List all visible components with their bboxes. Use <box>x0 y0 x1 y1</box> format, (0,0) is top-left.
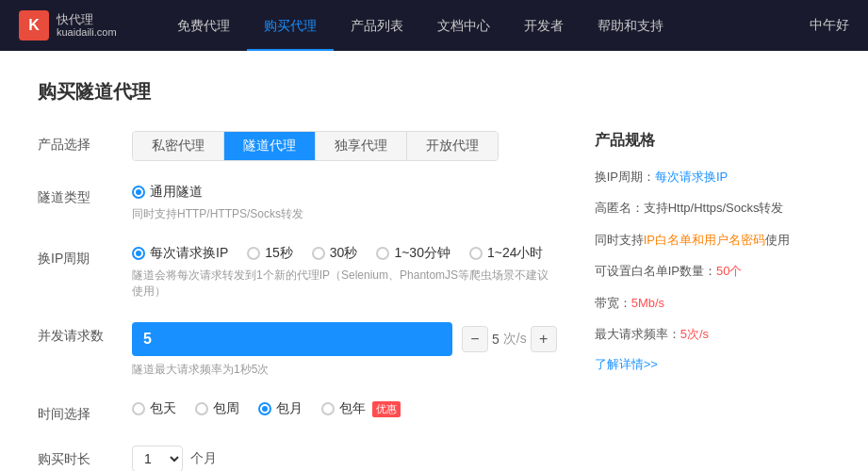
ip-period-circle-2 <box>312 247 325 260</box>
header: K 快代理 kuaidaili.com 免费代理 购买代理 产品列表 文档中心 … <box>0 0 868 51</box>
nav-buy-proxy[interactable]: 购买代理 <box>247 0 334 51</box>
time-label-0: 包天 <box>150 400 176 417</box>
tunnel-type-value: 通用隧道 <box>150 184 203 201</box>
duration-content: 1 2 3 6 12 个月 有效期至：2021-07-02 13:47:14 <box>132 446 557 471</box>
tab-open-proxy[interactable]: 开放代理 <box>407 132 498 160</box>
ip-period-option-1[interactable]: 15秒 <box>247 245 293 262</box>
main-layout: 产品选择 私密代理 隧道代理 独享代理 开放代理 隧道类型 通用隧道 <box>38 131 829 471</box>
nav-developer[interactable]: 开发者 <box>507 0 581 51</box>
duration-input-row: 1 2 3 6 12 个月 <box>132 446 557 471</box>
product-tabs: 私密代理 隧道代理 独享代理 开放代理 <box>132 131 499 161</box>
ip-period-option-0[interactable]: 每次请求换IP <box>132 245 228 262</box>
duration-unit: 个月 <box>190 450 217 467</box>
ip-period-circle-1 <box>247 247 260 260</box>
spec-details-link[interactable]: 了解详情>> <box>595 357 658 371</box>
time-circle-1 <box>195 402 208 415</box>
stepper-value: 5 <box>492 332 500 347</box>
tab-exclusive-proxy[interactable]: 独享代理 <box>316 132 407 160</box>
time-circle-0 <box>132 402 145 415</box>
ip-period-hint: 隧道会将每次请求转发到1个新的代理IP（Selenium、PhantomJS等爬… <box>132 268 557 300</box>
spec-suffix-2: 使用 <box>765 233 790 247</box>
user-greeting: 中午好 <box>810 17 849 34</box>
spec-panel: 产品规格 换IP周期：每次请求换IP 高匿名：支持Http/Https/Sock… <box>595 131 829 471</box>
concurrent-input-row: 5 − 5 次/s + <box>132 322 557 356</box>
time-circle-2 <box>258 402 271 415</box>
tunnel-type-row: 隧道类型 通用隧道 同时支持HTTP/HTTPS/Socks转发 <box>38 184 557 222</box>
spec-row-4: 带宽：5Mb/s <box>595 292 829 314</box>
spec-value-1: 支持Http/Https/Socks转发 <box>644 201 784 215</box>
product-tabs-container: 私密代理 隧道代理 独享代理 开放代理 <box>132 131 557 161</box>
concurrent-row: 并发请求数 5 − 5 次/s + 隧道最大请求频率为1秒5次 <box>38 322 557 378</box>
nav-product-list[interactable]: 产品列表 <box>334 0 420 51</box>
time-circle-3 <box>321 402 335 415</box>
time-option-0[interactable]: 包天 <box>132 400 176 417</box>
spec-title: 产品规格 <box>595 131 829 151</box>
ip-period-radio-group: 每次请求换IP 15秒 30秒 1~30分钟 <box>132 245 557 262</box>
tunnel-type-label: 隧道类型 <box>38 184 113 206</box>
ip-period-label-3: 1~30分钟 <box>394 245 450 262</box>
ip-period-label-0: 每次请求换IP <box>150 245 228 262</box>
ip-period-content: 每次请求换IP 15秒 30秒 1~30分钟 <box>132 245 557 300</box>
stepper-minus[interactable]: − <box>462 326 488 352</box>
ip-period-circle-3 <box>376 247 389 260</box>
ip-period-row: 换IP周期 每次请求换IP 15秒 30秒 <box>38 245 557 300</box>
ip-period-label: 换IP周期 <box>38 245 113 268</box>
logo-text: 快代理 kuaidaili.com <box>57 12 117 40</box>
time-option-2[interactable]: 包月 <box>258 400 303 417</box>
product-select-label: 产品选择 <box>38 131 113 154</box>
spec-value-5: 5次/s <box>680 327 709 341</box>
tunnel-type-radio-circle <box>132 186 145 199</box>
concurrent-content: 5 − 5 次/s + 隧道最大请求频率为1秒5次 <box>132 322 557 378</box>
spec-value-3: 50个 <box>716 264 742 278</box>
time-option-1[interactable]: 包周 <box>195 400 239 417</box>
time-select-row: 时间选择 包天 包周 包月 <box>38 400 557 423</box>
concurrent-hint: 隧道最大请求频率为1秒5次 <box>132 362 557 378</box>
ip-period-circle-0 <box>132 247 145 260</box>
concurrent-display-value: 5 <box>143 331 152 348</box>
product-select-row: 产品选择 私密代理 隧道代理 独享代理 开放代理 <box>38 131 557 161</box>
tunnel-type-radio[interactable]: 通用隧道 <box>132 184 557 201</box>
ip-period-label-4: 1~24小时 <box>487 245 544 262</box>
tab-tunnel-proxy[interactable]: 隧道代理 <box>224 132 316 160</box>
promo-badge: 优惠 <box>372 401 401 417</box>
concurrent-label: 并发请求数 <box>38 322 113 345</box>
page-title: 购买隧道代理 <box>38 79 829 105</box>
time-label-1: 包周 <box>213 400 239 417</box>
duration-select[interactable]: 1 2 3 6 12 <box>132 446 183 471</box>
stepper-plus[interactable]: + <box>531 326 557 352</box>
spec-label-5: 最大请求频率： <box>595 327 680 341</box>
logo[interactable]: K 快代理 kuaidaili.com <box>19 10 132 41</box>
spec-value-2: IP白名单和用户名密码 <box>644 233 765 247</box>
ip-period-option-3[interactable]: 1~30分钟 <box>376 245 450 262</box>
spec-row-3: 可设置白名单IP数量：50个 <box>595 260 829 282</box>
nav-free-proxy[interactable]: 免费代理 <box>160 0 247 51</box>
ip-period-label-2: 30秒 <box>330 245 358 262</box>
form-area: 产品选择 私密代理 隧道代理 独享代理 开放代理 隧道类型 通用隧道 <box>38 131 557 471</box>
main-nav: 免费代理 购买代理 产品列表 文档中心 开发者 帮助和支持 <box>160 0 810 51</box>
ip-period-circle-4 <box>469 247 483 260</box>
spec-label-1: 高匿名： <box>595 201 644 215</box>
nav-docs[interactable]: 文档中心 <box>420 0 507 51</box>
time-option-3[interactable]: 包年 优惠 <box>321 400 401 417</box>
page-content: 购买隧道代理 产品选择 私密代理 隧道代理 独享代理 开放代理 隧道类型 <box>0 51 867 471</box>
spec-row-2: 同时支持IP白名单和用户名密码使用 <box>595 229 829 251</box>
tunnel-type-content: 通用隧道 同时支持HTTP/HTTPS/Socks转发 <box>132 184 557 222</box>
ip-period-option-2[interactable]: 30秒 <box>312 245 358 262</box>
stepper-unit: 次/s <box>503 331 527 348</box>
spec-label-0: 换IP周期： <box>595 170 655 184</box>
time-radio-group: 包天 包周 包月 包年 优惠 <box>132 400 557 417</box>
tunnel-type-hint: 同时支持HTTP/HTTPS/Socks转发 <box>132 206 557 222</box>
spec-value-4: 5Mb/s <box>631 296 664 310</box>
spec-label-3: 可设置白名单IP数量： <box>595 264 716 278</box>
ip-period-option-4[interactable]: 1~24小时 <box>469 245 544 262</box>
logo-icon: K <box>19 10 49 41</box>
tab-private-proxy[interactable]: 私密代理 <box>133 132 224 160</box>
concurrent-display: 5 <box>132 322 452 356</box>
ip-period-label-1: 15秒 <box>265 245 293 262</box>
time-label-2: 包月 <box>276 400 303 417</box>
nav-help[interactable]: 帮助和支持 <box>581 0 680 51</box>
spec-value-0: 每次请求换IP <box>655 170 728 184</box>
spec-row-0: 换IP周期：每次请求换IP <box>595 166 829 187</box>
spec-row-5: 最大请求频率：5次/s <box>595 323 829 345</box>
spec-label-4: 带宽： <box>595 296 631 310</box>
